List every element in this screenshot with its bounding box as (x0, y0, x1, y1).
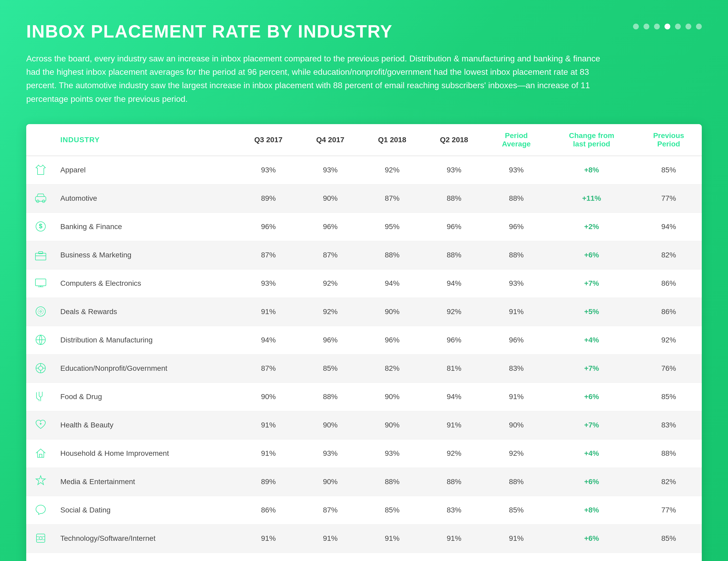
nav-dot-7[interactable] (696, 24, 702, 29)
previous-value: 86% (636, 269, 702, 298)
period-avg-value: 94% (485, 553, 548, 561)
table-row: Food & Drug90%88%90%94%91%+6%85% (26, 383, 702, 411)
industry-name: Technology/Software/Internet (55, 524, 237, 553)
change-from-header: Change fromlast period (548, 124, 636, 156)
q1-2018-header: Q1 2018 (361, 124, 423, 156)
q1-2018-value: 96% (361, 326, 423, 354)
q3-2017-value: 89% (237, 468, 299, 496)
industry-name: Social & Dating (55, 496, 237, 524)
business-icon (33, 247, 49, 263)
industry-name: Apparel (55, 156, 237, 184)
period-avg-value: 91% (485, 383, 548, 411)
nav-dot-5[interactable] (675, 24, 681, 29)
previous-value: 83% (636, 411, 702, 439)
q1-2018-value: 82% (361, 354, 423, 383)
nav-dot-6[interactable] (686, 24, 691, 29)
change-value: +5% (548, 298, 636, 326)
industry-icon-cell (26, 298, 55, 326)
media-icon (33, 474, 49, 489)
change-value: +4% (548, 553, 636, 561)
industry-name: Travel (55, 553, 237, 561)
svg-point-12 (38, 309, 43, 314)
industry-icon-cell (26, 496, 55, 524)
banking-icon: $ (33, 219, 49, 234)
period-avg-header: PeriodAverage (485, 124, 548, 156)
q2-2018-value: 92% (423, 439, 485, 468)
q4-2017-value: 93% (299, 439, 361, 468)
period-avg-value: 92% (485, 439, 548, 468)
table-row: Social & Dating86%87%85%83%85%+8%77% (26, 496, 702, 524)
deals-icon (33, 304, 49, 319)
svg-point-13 (40, 311, 41, 312)
table-body: Apparel93%93%92%93%93%+8%85%Automotive89… (26, 156, 702, 561)
q2-2018-value: 96% (423, 213, 485, 241)
q4-2017-value: 85% (299, 354, 361, 383)
period-avg-value: 91% (485, 524, 548, 553)
q1-2018-value: 87% (361, 184, 423, 213)
industry-icon-cell (26, 553, 55, 561)
q2-2018-header: Q2 2018 (423, 124, 485, 156)
nav-dot-3[interactable] (654, 24, 660, 29)
nav-dot-4[interactable] (665, 24, 670, 29)
svg-text:$: $ (39, 223, 42, 230)
industry-name: Health & Beauty (55, 411, 237, 439)
industry-header: INDUSTRY (55, 124, 237, 156)
change-value: +4% (548, 326, 636, 354)
q4-2017-value: 87% (299, 241, 361, 269)
q2-2018-value: 81% (423, 354, 485, 383)
q1-2018-value: 94% (361, 269, 423, 298)
table-row: Distribution & Manufacturing94%96%96%96%… (26, 326, 702, 354)
industry-name: Deals & Rewards (55, 298, 237, 326)
previous-value: 76% (636, 354, 702, 383)
industry-icon-cell (26, 524, 55, 553)
q2-2018-value: 93% (423, 553, 485, 561)
q4-2017-value: 92% (299, 269, 361, 298)
q2-2018-value: 91% (423, 524, 485, 553)
industry-icon-cell (26, 326, 55, 354)
page-container: INBOX PLACEMENT RATE BY INDUSTRY Across … (0, 0, 728, 561)
previous-value: 85% (636, 383, 702, 411)
q4-2017-value: 92% (299, 298, 361, 326)
previous-period-header: PreviousPeriod (636, 124, 702, 156)
change-value: +6% (548, 241, 636, 269)
period-avg-value: 93% (485, 156, 548, 184)
svg-point-11 (36, 307, 45, 316)
q3-2017-value: 94% (237, 326, 299, 354)
q1-2018-value: 88% (361, 241, 423, 269)
period-avg-value: 88% (485, 241, 548, 269)
industry-icon-cell (26, 354, 55, 383)
q3-2017-value: 91% (237, 524, 299, 553)
q3-2017-value: 89% (237, 184, 299, 213)
change-value: +11% (548, 184, 636, 213)
industry-icon-cell (26, 241, 55, 269)
change-value: +2% (548, 213, 636, 241)
change-value: +7% (548, 269, 636, 298)
nav-dot-1[interactable] (633, 24, 639, 29)
period-avg-value: 96% (485, 326, 548, 354)
q2-2018-value: 83% (423, 496, 485, 524)
icon-header (26, 124, 55, 156)
svg-point-17 (39, 366, 43, 370)
q1-2018-value: 95% (361, 213, 423, 241)
industry-icon-cell (26, 269, 55, 298)
nav-dot-2[interactable] (644, 24, 649, 29)
table-row: Computers & Electronics93%92%94%94%93%+7… (26, 269, 702, 298)
q3-2017-value: 87% (237, 241, 299, 269)
q1-2018-value: 93% (361, 439, 423, 468)
q3-2017-value: 86% (237, 496, 299, 524)
svg-rect-25 (39, 454, 42, 457)
q2-2018-value: 93% (423, 156, 485, 184)
q2-2018-value: 92% (423, 298, 485, 326)
industry-name: Banking & Finance (55, 213, 237, 241)
page-description: Across the board, every industry saw an … (26, 52, 603, 106)
q3-2017-value: 93% (237, 269, 299, 298)
q1-2018-value: 85% (361, 496, 423, 524)
svg-rect-5 (35, 253, 46, 260)
q4-2017-value: 88% (299, 383, 361, 411)
q3-2017-value: 91% (237, 411, 299, 439)
q4-2017-value: 93% (299, 156, 361, 184)
data-table-container: INDUSTRY Q3 2017 Q4 2017 Q1 2018 Q2 2018… (26, 124, 702, 561)
industry-name: Business & Marketing (55, 241, 237, 269)
previous-value: 86% (636, 298, 702, 326)
industry-name: Automotive (55, 184, 237, 213)
